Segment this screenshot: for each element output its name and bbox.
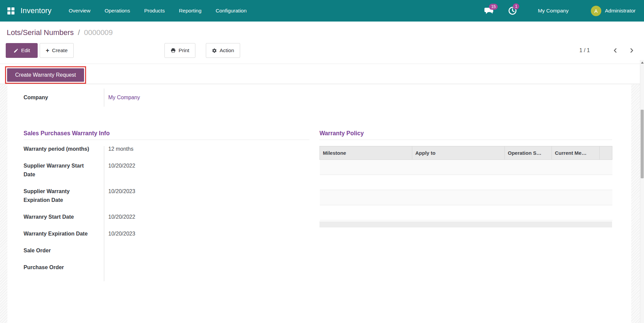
form-view-area: Company My Company Sales Purchases Warra…	[0, 84, 644, 323]
table-row[interactable]	[320, 190, 612, 205]
apps-grid-icon[interactable]	[7, 7, 14, 14]
pager: 1 / 1	[579, 46, 636, 55]
pager-value: 1 / 1	[579, 47, 590, 53]
form-columns: Sales Purchases Warranty Info Warranty p…	[7, 130, 631, 281]
field-value: 10/20/2023	[104, 229, 135, 238]
menu-item-products[interactable]: Products	[137, 0, 172, 22]
user-menu[interactable]: Administrator	[605, 8, 636, 14]
pager-previous-button[interactable]	[611, 46, 619, 55]
breadcrumb-separator: /	[78, 28, 80, 37]
column-header-apply-to[interactable]: Apply to	[412, 146, 505, 160]
field-value: 12 months	[104, 145, 134, 153]
create-button[interactable]: + Create	[40, 43, 74, 58]
create-warranty-request-button[interactable]: Create Warranty Request	[7, 68, 84, 82]
section-title-warranty-info: Sales Purchases Warranty Info	[24, 130, 309, 140]
field-value: 10/20/2023	[104, 187, 135, 205]
breadcrumb: Lots/Serial Numbers / 0000009	[7, 28, 636, 37]
print-button-label: Print	[179, 47, 189, 53]
table-footer-strip	[319, 221, 612, 227]
activities-badge: 1	[513, 3, 519, 9]
field-value[interactable]	[104, 263, 108, 272]
warranty-info-fields: Warranty period (months) 12 months Suppl…	[24, 145, 309, 281]
field-label: Purchase Order	[24, 263, 104, 272]
control-panel: Lots/Serial Numbers / 0000009 Edit + Cre…	[0, 22, 644, 64]
button-row: Edit + Create Print Action	[7, 43, 636, 58]
field-warranty-expiration: Warranty Expiration Date 10/20/2023	[24, 229, 309, 238]
table-row[interactable]	[320, 160, 612, 175]
field-label: Sale Order	[24, 246, 104, 255]
company-field-label: Company	[24, 93, 104, 102]
column-header-current-measure[interactable]: Current Me…	[552, 146, 600, 160]
messages-badge: 15	[489, 4, 498, 10]
inventory-app-window: Inventory Overview Operations Products R…	[0, 0, 644, 323]
field-label: Warranry Start Date	[24, 213, 104, 221]
field-label: Warranty Expiration Date	[24, 229, 104, 238]
main-menu: Overview Operations Products Reporting C…	[62, 0, 254, 22]
menu-item-overview[interactable]: Overview	[62, 0, 98, 22]
warranty-policy-section: Warranty Policy Milestone Apply to Opera…	[319, 130, 612, 281]
field-label: Warranty period (months)	[24, 145, 104, 153]
chevron-right-icon	[629, 47, 634, 53]
breadcrumb-parent-link[interactable]: Lots/Serial Numbers	[7, 28, 74, 37]
warranty-policy-table: Milestone Apply to Operation S… Current …	[319, 146, 612, 220]
action-button[interactable]: Action	[206, 43, 240, 58]
avatar[interactable]: A	[591, 6, 601, 16]
section-title-warranty-policy: Warranty Policy	[319, 130, 612, 140]
pager-next-button[interactable]	[628, 46, 636, 55]
menu-item-configuration[interactable]: Configuration	[209, 0, 254, 22]
warranty-info-section: Sales Purchases Warranty Info Warranty p…	[24, 130, 309, 281]
company-field-group: Company My Company	[24, 88, 612, 107]
gear-icon	[212, 48, 217, 53]
field-warranty-start: Warranry Start Date 10/20/2022	[24, 213, 309, 221]
top-navbar: Inventory Overview Operations Products R…	[0, 0, 644, 22]
messages-button[interactable]: 15	[484, 7, 493, 15]
plus-icon: +	[46, 47, 49, 53]
field-warranty-period: Warranty period (months) 12 months	[24, 145, 309, 153]
activities-button[interactable]: 1	[508, 6, 517, 15]
field-label: Supplier Warranty Expiration Date	[24, 187, 104, 205]
table-row[interactable]	[320, 175, 612, 190]
form-statusbar: Create Warranty Request	[0, 64, 644, 84]
company-field-value[interactable]: My Company	[104, 93, 140, 102]
table-row[interactable]	[320, 205, 612, 220]
scroll-up-arrow-icon[interactable]	[641, 62, 644, 64]
action-button-label: Action	[220, 47, 234, 53]
scrollbar-thumb[interactable]	[641, 110, 644, 178]
menu-item-reporting[interactable]: Reporting	[172, 0, 209, 22]
field-supplier-warranty-expiration: Supplier Warranty Expiration Date 10/20/…	[24, 187, 309, 205]
create-button-label: Create	[52, 47, 68, 53]
pencil-icon	[13, 48, 18, 53]
print-button[interactable]: Print	[164, 43, 195, 58]
field-sale-order: Sale Order	[24, 246, 309, 255]
form-sheet: Company My Company Sales Purchases Warra…	[7, 84, 631, 323]
edit-button[interactable]: Edit	[6, 43, 38, 58]
field-value: 10/20/2022	[104, 213, 135, 221]
table-header-row: Milestone Apply to Operation S… Current …	[320, 146, 612, 160]
edit-button-label: Edit	[21, 47, 30, 53]
vertical-scrollbar[interactable]	[640, 60, 644, 323]
field-purchase-order: Purchase Order	[24, 263, 309, 272]
chevron-left-icon	[613, 47, 618, 53]
printer-icon	[171, 48, 176, 53]
menu-item-operations[interactable]: Operations	[98, 0, 137, 22]
column-header-milestone[interactable]: Milestone	[320, 146, 412, 160]
breadcrumb-current: 0000009	[84, 28, 113, 37]
field-value: 10/20/2022	[104, 162, 135, 179]
field-value[interactable]	[104, 246, 108, 255]
annotation-highlight-box: Create Warranty Request	[5, 66, 86, 84]
field-supplier-warranty-start: Supplier Warranry Start Date 10/20/2022	[24, 162, 309, 179]
column-header-filler	[600, 146, 612, 160]
field-label: Supplier Warranry Start Date	[24, 162, 104, 179]
navbar-systray: 15 1 My Company A Administrator	[469, 6, 636, 16]
company-switcher[interactable]: My Company	[538, 8, 568, 14]
column-header-operation-state[interactable]: Operation S…	[505, 146, 552, 160]
app-name[interactable]: Inventory	[21, 6, 51, 15]
